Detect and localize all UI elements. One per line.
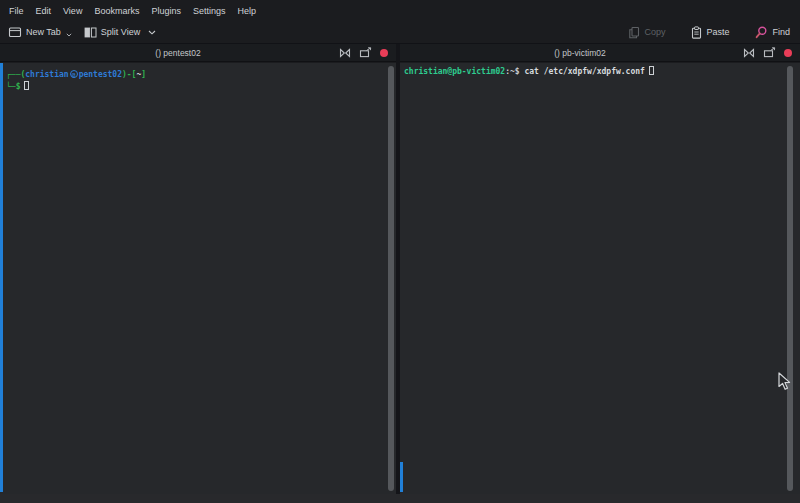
terminal-cursor xyxy=(24,81,29,90)
split-area: () pentest02 ┌──(christian@pentest02)-[~… xyxy=(0,44,800,494)
new-tab-label: New Tab xyxy=(26,27,61,37)
prompt-line: christian@pb-victim02:~$ cat /etc/xdpfw/… xyxy=(404,66,800,78)
pane-header-pentest02[interactable]: () pentest02 xyxy=(0,44,396,62)
pane-accent-bar xyxy=(400,462,403,492)
pane-header-icons xyxy=(339,44,388,61)
prompt-line-2: └─$ xyxy=(6,81,396,93)
new-tab-button[interactable]: New Tab xyxy=(8,26,72,38)
copy-icon xyxy=(628,26,640,39)
new-tab-icon xyxy=(8,26,22,38)
menu-edit[interactable]: Edit xyxy=(35,4,53,18)
mouse-cursor xyxy=(778,372,792,392)
split-view-icon xyxy=(84,27,97,38)
paste-label: Paste xyxy=(706,27,729,37)
pane-pb-victim02: () pb-victim02 christian@pb-victim02:~$ … xyxy=(400,44,800,494)
prompt-line-1: ┌──(christian@pentest02)-[~] xyxy=(6,69,396,81)
window-bottom-strip xyxy=(0,494,800,503)
menu-file[interactable]: File xyxy=(8,4,25,18)
expand-view-icon[interactable] xyxy=(743,48,755,58)
detach-view-icon[interactable] xyxy=(359,47,372,58)
scrollbar-right-pane[interactable] xyxy=(787,66,793,491)
toolbar-right-group: Copy Paste Find xyxy=(628,26,790,39)
pane-header-pb-victim02[interactable]: () pb-victim02 xyxy=(400,44,800,62)
expand-view-icon[interactable] xyxy=(339,48,351,58)
scrollbar-left-pane[interactable] xyxy=(388,66,394,491)
split-view-chevron-icon xyxy=(148,30,156,35)
terminal-pb-victim02[interactable]: christian@pb-victim02:~$ cat /etc/xdpfw/… xyxy=(400,63,800,494)
terminal-cursor xyxy=(649,66,654,75)
close-view-button[interactable] xyxy=(784,49,792,57)
menu-plugins[interactable]: Plugins xyxy=(150,4,182,18)
menu-bookmarks[interactable]: Bookmarks xyxy=(93,4,140,18)
pane-pentest02: () pentest02 ┌──(christian@pentest02)-[~… xyxy=(0,44,396,494)
find-label: Find xyxy=(772,27,790,37)
find-button[interactable]: Find xyxy=(755,26,790,39)
copy-label: Copy xyxy=(644,27,665,37)
terminal-pentest02[interactable]: ┌──(christian@pentest02)-[~] └─$ xyxy=(0,63,396,494)
menu-bar: File Edit View Bookmarks Plugins Setting… xyxy=(0,0,800,21)
pane-title: () pb-victim02 xyxy=(554,48,605,58)
split-view-button[interactable]: Split View xyxy=(84,27,156,38)
copy-button[interactable]: Copy xyxy=(628,26,665,39)
menu-view[interactable]: View xyxy=(62,4,83,18)
command-text: cat /etc/xdpfw/xdpfw.conf xyxy=(520,67,645,76)
detach-view-icon[interactable] xyxy=(763,47,776,58)
paste-icon xyxy=(691,26,702,39)
close-view-button[interactable] xyxy=(380,49,388,57)
pane-title: () pentest02 xyxy=(155,48,200,58)
active-pane-accent-bar xyxy=(0,63,3,492)
kali-at-symbol: @ xyxy=(70,70,78,78)
pane-header-icons xyxy=(743,44,792,61)
find-icon xyxy=(755,26,768,39)
menu-settings[interactable]: Settings xyxy=(192,4,227,18)
menu-help[interactable]: Help xyxy=(236,4,257,18)
paste-button[interactable]: Paste xyxy=(691,26,729,39)
toolbar: New Tab Split View Copy xyxy=(0,21,800,44)
split-view-label: Split View xyxy=(101,27,140,37)
new-tab-chevron-icon xyxy=(66,33,72,37)
